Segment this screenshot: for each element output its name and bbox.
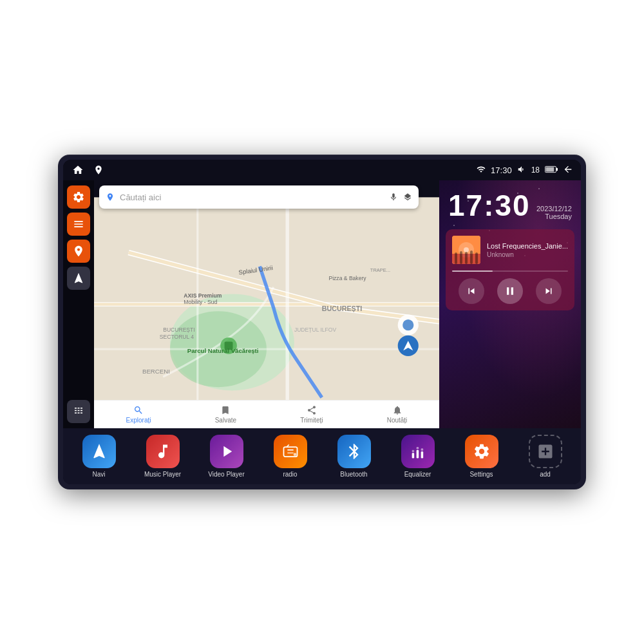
svg-text:SECTORUL 4: SECTORUL 4 — [160, 334, 194, 340]
app-label-bluetooth: Bluetooth — [340, 471, 367, 478]
map-canvas: Splaiul Unirii AXIS Premium Mobility - S… — [94, 180, 439, 428]
app-icon-settings — [465, 435, 498, 468]
svg-rect-46 — [416, 447, 419, 450]
map-bottom-news[interactable]: Noutăți — [387, 405, 408, 424]
svg-point-42 — [293, 453, 296, 456]
app-grid-section: Navi Music Player Video Player — [63, 428, 581, 484]
mic-icon[interactable] — [389, 193, 398, 202]
app-item-navi[interactable]: Navi — [77, 435, 122, 478]
sidebar-btn-map[interactable] — [67, 240, 90, 263]
app-label-radio: radio — [283, 471, 297, 478]
svg-text:BUCUREȘTI: BUCUREȘTI — [163, 327, 194, 333]
svg-text:JUDEȚUL ILFOV: JUDEȚUL ILFOV — [294, 327, 337, 333]
svg-rect-2 — [545, 167, 554, 171]
app-item-settings[interactable]: Settings — [459, 435, 504, 478]
map-saved-label: Salvate — [215, 417, 236, 424]
sidebar-btn-files[interactable] — [67, 213, 90, 236]
app-icon-equalizer — [401, 435, 435, 468]
app-item-add[interactable]: add — [523, 435, 568, 478]
main-content: Căutați aici — [63, 180, 581, 428]
app-label-music-player: Music Player — [144, 471, 181, 478]
svg-text:BUCUREȘTI: BUCUREȘTI — [322, 305, 363, 312]
map-pin-icon[interactable] — [91, 163, 106, 177]
status-time: 17:30 — [491, 166, 512, 175]
svg-rect-43 — [412, 453, 414, 458]
app-item-radio[interactable]: radio — [268, 435, 313, 478]
app-icon-add — [529, 435, 562, 468]
app-grid: Navi Music Player Video Player — [68, 435, 576, 478]
home-icon[interactable] — [71, 163, 85, 177]
map-bottom-saved[interactable]: Salvate — [215, 405, 236, 424]
status-right-icons: 17:30 18 — [477, 164, 573, 176]
svg-point-25 — [402, 319, 413, 330]
music-text: Lost Frequencies_Janie... Unknown — [487, 242, 568, 258]
app-icon-video-player — [210, 435, 243, 468]
svg-rect-1 — [556, 167, 558, 170]
app-label-equalizer: Equalizer — [404, 471, 431, 478]
device: 17:30 18 — [58, 155, 586, 489]
screen: 17:30 18 — [63, 160, 581, 484]
map-explore-label: Explorați — [126, 417, 151, 424]
layers-icon[interactable] — [403, 193, 412, 202]
right-panel: 17:30 2023/12/12 Tuesday — [439, 180, 581, 428]
svg-rect-45 — [416, 450, 419, 459]
wifi-icon — [477, 165, 486, 176]
sidebar-btn-grid[interactable] — [67, 400, 90, 423]
music-prev-btn[interactable] — [459, 278, 484, 304]
svg-text:BERCENI: BERCENI — [142, 368, 170, 375]
svg-text:Pizza & Bakery: Pizza & Bakery — [328, 275, 366, 281]
svg-rect-47 — [421, 451, 423, 459]
app-label-add: add — [540, 471, 551, 478]
map-bottom-share[interactable]: Trimiteți — [300, 405, 323, 424]
svg-rect-33 — [455, 252, 457, 264]
music-info: Lost Frequencies_Janie... Unknown — [452, 236, 568, 264]
app-label-settings: Settings — [469, 471, 493, 478]
svg-text:TRAPE...: TRAPE... — [370, 267, 390, 273]
app-item-equalizer[interactable]: Equalizer — [395, 435, 440, 478]
svg-rect-48 — [421, 448, 423, 451]
clock-date: 2023/12/12 — [536, 205, 572, 213]
svg-rect-44 — [412, 450, 414, 453]
clock-section: 17:30 2023/12/12 Tuesday — [439, 180, 581, 225]
map-share-label: Trimiteți — [300, 417, 323, 424]
map-news-label: Noutăți — [387, 417, 408, 424]
sidebar-btn-settings[interactable] — [67, 185, 90, 209]
music-title: Lost Frequencies_Janie... — [487, 242, 568, 250]
music-progress-bar[interactable] — [452, 270, 568, 272]
status-bar: 17:30 18 — [63, 160, 581, 180]
svg-point-31 — [464, 247, 469, 252]
music-artist: Unknown — [487, 251, 568, 258]
music-next-btn[interactable] — [536, 278, 562, 304]
back-icon[interactable] — [563, 164, 573, 176]
app-icon-radio — [274, 435, 307, 468]
app-icon-bluetooth — [337, 435, 371, 468]
app-item-bluetooth[interactable]: Bluetooth — [332, 435, 377, 478]
map-search-bar[interactable]: Căutați aici — [99, 185, 419, 209]
volume-icon — [517, 165, 526, 176]
svg-rect-37 — [475, 252, 478, 264]
music-controls — [452, 278, 568, 304]
music-play-btn[interactable] — [497, 278, 523, 304]
app-label-video-player: Video Player — [208, 471, 245, 478]
svg-rect-34 — [460, 251, 462, 264]
app-icon-navi — [82, 435, 116, 468]
left-sidebar — [63, 180, 94, 428]
battery-icon — [545, 166, 558, 175]
app-item-video-player[interactable]: Video Player — [204, 435, 249, 478]
app-icon-music-player — [146, 435, 180, 468]
app-item-music-player[interactable]: Music Player — [140, 435, 185, 478]
status-left-icons — [71, 163, 106, 177]
svg-rect-35 — [465, 252, 468, 264]
clock-time: 17:30 — [448, 191, 531, 220]
sidebar-btn-navigation[interactable] — [67, 267, 90, 290]
map-bottom-explore[interactable]: Explorați — [126, 405, 151, 424]
map-search-text[interactable]: Căutați aici — [120, 193, 384, 202]
svg-text:AXIS Premium: AXIS Premium — [184, 292, 222, 299]
battery-level: 18 — [531, 166, 540, 175]
music-section: Lost Frequencies_Janie... Unknown — [446, 229, 574, 310]
music-album-art — [452, 236, 480, 264]
svg-text:Mobility - Sud: Mobility - Sud — [184, 299, 217, 306]
svg-text:Parcul Natural Văcărești: Parcul Natural Văcărești — [187, 347, 259, 354]
svg-rect-36 — [470, 251, 473, 264]
map-area: Căutați aici — [94, 180, 439, 428]
